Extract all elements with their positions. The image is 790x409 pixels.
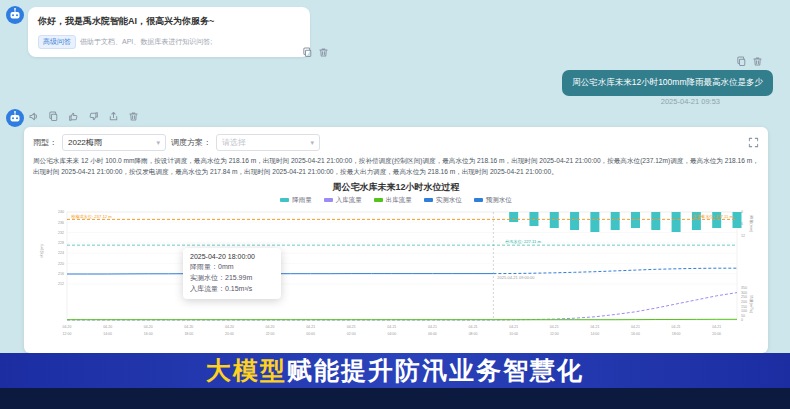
scheduling-summary: 周公宅水库未来 12 小时 100.0 mm降雨，按设计调度，最高水位为 218…: [33, 156, 759, 178]
svg-text:12: 12: [741, 234, 745, 238]
svg-text:04-21: 04-21: [550, 325, 559, 329]
ai-avatar: [6, 109, 24, 127]
svg-text:10:00: 10:00: [509, 331, 518, 335]
svg-text:04-20: 04-20: [63, 325, 72, 329]
legend-swatch: [474, 198, 483, 202]
copy-icon[interactable]: [302, 47, 313, 58]
svg-text:250: 250: [741, 295, 747, 299]
chevron-down-icon: ▾: [310, 139, 314, 147]
svg-text:04-21: 04-21: [306, 325, 315, 329]
svg-text:240: 240: [58, 210, 64, 214]
svg-text:100: 100: [741, 309, 747, 313]
legend-label: 出库流量: [386, 196, 412, 205]
mode-description: 借助于文档、API、数据库表进行知识问答;: [80, 37, 212, 47]
export-icon[interactable]: [108, 111, 119, 122]
svg-text:20:00: 20:00: [712, 331, 721, 335]
delete-icon[interactable]: [128, 111, 139, 122]
banner-text: 赋能提升防汛业务智慧化: [287, 354, 584, 387]
svg-text:16:00: 16:00: [631, 331, 640, 335]
legend-swatch: [324, 198, 333, 202]
rain-type-label: 雨型：: [33, 137, 57, 148]
user-message-bubble: 周公宅水库未来12小时100mm降雨最高水位是多少: [562, 70, 773, 96]
svg-text:04-21: 04-21: [428, 325, 437, 329]
svg-text:正常蓄水位: 237.11 m: 正常蓄水位: 237.11 m: [693, 213, 734, 218]
mode-badge[interactable]: 高级问答: [38, 35, 76, 49]
svg-text:雨量(mm): 雨量(mm): [749, 215, 754, 233]
ai-greeting-bubble: 你好，我是禹水院智能AI，很高兴为你服务~ 高级问答 借助于文档、API、数据库…: [28, 7, 310, 57]
svg-text:水位(m): 水位(m): [39, 243, 44, 258]
svg-text:校核洪水位: 237.12 m: 校核洪水位: 237.12 m: [71, 213, 112, 218]
svg-text:04-21: 04-21: [712, 325, 721, 329]
svg-text:06:00: 06:00: [428, 331, 437, 335]
svg-text:16:00: 16:00: [144, 331, 153, 335]
svg-text:流量(m³/s): 流量(m³/s): [749, 295, 754, 314]
legend-item[interactable]: 实测水位: [424, 196, 462, 205]
user-bubble-tools: [736, 56, 763, 67]
app-window: 你好，我是禹水院智能AI，很高兴为你服务~ 高级问答 借助于文档、API、数据库…: [0, 0, 790, 409]
thumbs-up-icon[interactable]: [68, 111, 79, 122]
svg-text:04-20: 04-20: [266, 325, 275, 329]
svg-text:04-20: 04-20: [103, 325, 112, 329]
rain-type-select[interactable]: 2022梅雨 ▾: [62, 134, 166, 151]
footer-strip: [0, 388, 790, 409]
legend-item[interactable]: 预测水位: [474, 196, 512, 205]
fullscreen-icon[interactable]: [748, 137, 759, 148]
svg-text:04-21: 04-21: [631, 325, 640, 329]
plan-label: 调度方案：: [171, 137, 211, 148]
chevron-down-icon: ▾: [156, 139, 160, 147]
svg-text:18:00: 18:00: [184, 331, 193, 335]
svg-text:12:00: 12:00: [550, 331, 559, 335]
water-level-chart[interactable]: 2122162202242282322362400501001502002503…: [33, 206, 759, 352]
svg-text:2025-04-21 09:00:00: 2025-04-21 09:00:00: [497, 275, 535, 280]
legend-label: 预测水位: [486, 196, 512, 205]
svg-text:04-20: 04-20: [144, 325, 153, 329]
svg-text:08:00: 08:00: [469, 331, 478, 335]
svg-text:02:00: 02:00: [347, 331, 356, 335]
svg-text:236: 236: [58, 220, 64, 224]
thumbs-down-icon[interactable]: [88, 111, 99, 122]
svg-text:150: 150: [741, 304, 747, 308]
legend-item[interactable]: 降雨量: [280, 196, 312, 205]
chart-area[interactable]: 2122162202242282322362400501001502002503…: [33, 206, 759, 352]
legend-swatch: [280, 198, 289, 202]
svg-text:224: 224: [58, 251, 64, 255]
svg-text:0: 0: [741, 318, 743, 322]
svg-text:22:00: 22:00: [266, 331, 275, 335]
ai-greeting-text: 你好，我是禹水院智能AI，很高兴为你服务~: [38, 15, 300, 28]
svg-text:228: 228: [58, 241, 64, 245]
svg-text:台汛水位: 227.11 m: 台汛水位: 227.11 m: [505, 239, 542, 244]
svg-text:232: 232: [58, 231, 64, 235]
svg-text:04:00: 04:00: [387, 331, 396, 335]
delete-icon[interactable]: [318, 47, 329, 58]
message-toolbar: [28, 111, 139, 122]
legend-item[interactable]: 出库流量: [374, 196, 412, 205]
rain-type-value: 2022梅雨: [68, 137, 102, 148]
delete-icon[interactable]: [752, 56, 763, 67]
speaker-icon[interactable]: [28, 111, 39, 122]
svg-text:300: 300: [741, 291, 747, 295]
ai-bubble-tools: [302, 47, 329, 58]
slogan-banner: 大模型赋能提升防汛业务智慧化: [0, 353, 790, 388]
legend-swatch: [424, 198, 433, 202]
svg-text:50: 50: [741, 313, 745, 317]
svg-text:00:00: 00:00: [306, 331, 315, 335]
legend-item[interactable]: 入库流量: [324, 196, 362, 205]
user-message-time: 2025-04-21 09:53: [661, 97, 720, 106]
mode-line: 高级问答 借助于文档、API、数据库表进行知识问答;: [38, 35, 300, 49]
plan-select[interactable]: 请选择 ▾: [216, 134, 320, 151]
svg-text:200: 200: [741, 300, 747, 304]
svg-text:220: 220: [58, 261, 64, 265]
copy-icon[interactable]: [736, 56, 747, 67]
copy-icon[interactable]: [48, 111, 59, 122]
svg-text:12:00: 12:00: [63, 331, 72, 335]
legend-swatch: [374, 198, 383, 202]
panel-controls: 雨型： 2022梅雨 ▾ 调度方案： 请选择 ▾: [33, 134, 759, 151]
svg-text:04-21: 04-21: [469, 325, 478, 329]
ai-avatar: [6, 6, 24, 24]
svg-text:04-21: 04-21: [590, 325, 599, 329]
svg-text:350: 350: [741, 286, 747, 290]
svg-text:216: 216: [58, 272, 64, 276]
svg-text:04-20: 04-20: [225, 325, 234, 329]
svg-text:14:00: 14:00: [590, 331, 599, 335]
svg-text:20:00: 20:00: [225, 331, 234, 335]
